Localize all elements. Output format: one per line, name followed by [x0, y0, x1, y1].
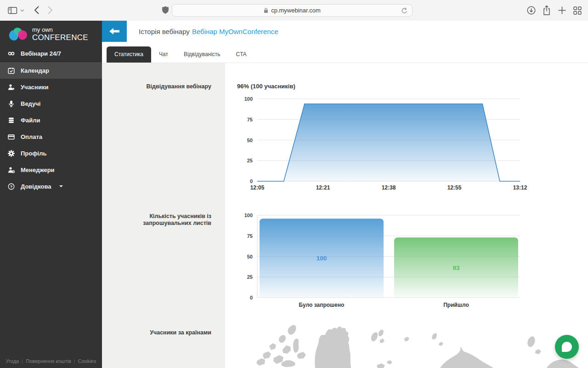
svg-text:100: 100: [244, 96, 253, 102]
chat-widget-button[interactable]: [555, 335, 579, 359]
svg-text:100: 100: [244, 213, 253, 218]
invitations-bar-chart: 1007550250100Було запрошено93Прийшло: [230, 213, 528, 318]
page-title-text: Історія вебінару: [139, 28, 190, 35]
tabs: Статистика Чат Відвідуваність CTA: [102, 42, 588, 63]
divider: [74, 359, 75, 364]
tab-overview-icon[interactable]: [573, 6, 582, 15]
tab-statistics[interactable]: Статистика: [107, 46, 151, 63]
world-map: [225, 317, 588, 368]
back-button[interactable]: [102, 21, 127, 42]
logo-line2: CONFERENCE: [32, 34, 88, 41]
sidebar: my own CONFERENCE Вебінари 24/7: [0, 21, 102, 368]
section-label-column: Відвідування вебінару Кількість учасникі…: [102, 63, 225, 368]
page-title: Історія вебінару Вебінар MyOwnConference: [139, 21, 278, 42]
download-icon[interactable]: [527, 6, 536, 15]
svg-text:93: 93: [452, 264, 460, 271]
charts-column: 96% (100 учасників) 100755025012:0512:21…: [225, 63, 588, 368]
sidebar-item-label: Календар: [21, 67, 49, 74]
app-logo[interactable]: my own CONFERENCE: [0, 21, 102, 45]
url-text: cp.mywebinar.com: [271, 7, 321, 14]
sidebar-item-label: Довідкова: [21, 183, 51, 190]
section-label-attendance: Відвідування вебінару: [147, 83, 211, 90]
caret-down-icon: [59, 185, 63, 187]
share-icon[interactable]: [543, 5, 551, 16]
sidebar-item-payment[interactable]: Оплата: [0, 128, 102, 145]
svg-text:75: 75: [247, 117, 253, 122]
svg-text:25: 25: [247, 274, 253, 280]
svg-text:12:38: 12:38: [382, 184, 396, 191]
tab-attendance[interactable]: Відвідуваність: [176, 46, 228, 63]
label-line: запрошувальних листів: [143, 220, 211, 226]
sidebar-item-calendar[interactable]: Календар: [0, 62, 102, 79]
sidebar-item-help[interactable]: ? Довідкова: [0, 178, 102, 195]
chevron-down-icon[interactable]: [20, 9, 24, 12]
new-tab-icon[interactable]: [558, 6, 566, 14]
svg-text:13:12: 13:12: [513, 184, 527, 191]
sidebar-nav: Вебінари 24/7 Календар: [0, 45, 102, 195]
attendance-area-chart: 100755025012:0512:2112:3812:5513:12: [230, 94, 528, 192]
sidebar-item-label: Профіль: [21, 150, 46, 157]
sidebar-panel-icon[interactable]: [8, 7, 17, 14]
footer-link-agreement[interactable]: Угода: [6, 358, 19, 364]
footer-link-refund[interactable]: Повернення коштів: [26, 358, 71, 364]
svg-text:12:55: 12:55: [447, 184, 462, 191]
section-label-invitations: Кількість учасників із запрошувальних ли…: [143, 213, 211, 227]
sidebar-item-label: Вебінари 24/7: [21, 50, 61, 57]
svg-text:25: 25: [247, 158, 253, 163]
forward-icon[interactable]: [48, 6, 53, 14]
sidebar-item-label: Учасники: [21, 84, 48, 91]
main-content: Відвідування вебінару Кількість учасникі…: [102, 63, 588, 368]
attendance-chart-title: 96% (100 учасників): [237, 83, 295, 90]
gear-icon: [8, 150, 15, 157]
svg-text:50: 50: [247, 138, 253, 143]
footer-link-cookies[interactable]: Cookies: [78, 358, 96, 364]
tab-cta[interactable]: CTA: [228, 46, 254, 63]
tab-chat[interactable]: Чат: [151, 46, 176, 63]
svg-text:12:21: 12:21: [316, 184, 330, 191]
sidebar-item-label: Файли: [21, 117, 40, 124]
svg-text:Прийшло: Прийшло: [443, 302, 469, 308]
logo-butterfly-icon: [7, 26, 28, 42]
payment-card-icon: [8, 133, 15, 140]
address-bar[interactable]: cp.mywebinar.com: [172, 4, 413, 17]
logo-text: my own CONFERENCE: [32, 27, 88, 41]
sidebar-item-files[interactable]: Файли: [0, 112, 102, 128]
reload-icon[interactable]: [401, 7, 408, 14]
sidebar-item-label: Ведучі: [21, 100, 40, 107]
arrow-left-icon: [109, 28, 119, 34]
calendar-icon: [8, 67, 15, 74]
sidebar-item-presenters[interactable]: Ведучі: [0, 95, 102, 112]
shield-icon[interactable]: [162, 6, 169, 14]
files-icon: [8, 117, 15, 124]
logo-line1: my own: [32, 27, 88, 33]
svg-text:100: 100: [317, 255, 327, 262]
browser-toolbar: cp.mywebinar.com: [0, 0, 588, 21]
label-line: Кількість учасників із: [149, 213, 211, 219]
sidebar-item-webinars-247[interactable]: Вебінари 24/7: [0, 45, 102, 62]
svg-text:?: ?: [10, 184, 12, 189]
svg-text:0: 0: [250, 178, 253, 184]
help-icon: ?: [8, 183, 15, 190]
svg-text:0: 0: [250, 295, 253, 300]
page-header: Історія вебінару Вебінар MyOwnConference: [102, 21, 588, 42]
sidebar-item-label: Оплата: [21, 133, 42, 140]
participant-add-icon: [8, 84, 15, 91]
svg-text:12:05: 12:05: [250, 184, 265, 191]
svg-text:50: 50: [247, 254, 253, 259]
svg-text:75: 75: [247, 233, 253, 239]
divider: [22, 359, 23, 364]
microphone-icon: [8, 100, 15, 107]
section-label-countries: Учасники за країнами: [150, 329, 211, 336]
sidebar-item-managers[interactable]: Менеджери: [0, 161, 102, 178]
screen: cp.mywebinar.com: [0, 0, 588, 368]
manager-icon: [8, 167, 15, 173]
back-icon[interactable]: [34, 6, 39, 14]
lock-icon: [264, 7, 268, 13]
webinar-name-link[interactable]: Вебінар MyOwnConference: [192, 28, 278, 35]
sidebar-item-participants[interactable]: Учасники: [0, 79, 102, 95]
svg-text:Було запрошено: Було запрошено: [299, 302, 345, 308]
sidebar-item-profile[interactable]: Профіль: [0, 145, 102, 161]
sidebar-item-label: Менеджери: [21, 167, 55, 173]
sidebar-footer: УгодаПовернення коштівCookies: [0, 358, 102, 364]
chat-bubble-icon: [562, 342, 572, 352]
